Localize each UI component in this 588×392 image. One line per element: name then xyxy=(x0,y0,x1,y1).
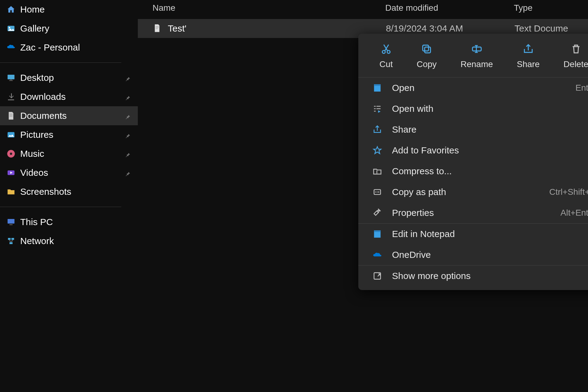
svg-rect-20 xyxy=(374,84,380,86)
pin-icon xyxy=(124,93,132,100)
network-icon xyxy=(6,236,16,246)
column-header-name[interactable]: Name xyxy=(153,3,385,13)
ctx-shortcut: Alt+Enter xyxy=(560,208,588,218)
tool-label: Copy xyxy=(417,59,436,69)
pin-icon xyxy=(124,74,132,81)
sidebar-item-label: Home xyxy=(20,4,132,15)
file-date: 8/19/2024 3:04 AM xyxy=(386,23,514,34)
ctx-share-button[interactable]: Share xyxy=(517,43,540,69)
desktop-icon xyxy=(6,73,16,83)
svg-rect-9 xyxy=(8,219,15,224)
sidebar: Home Gallery Zac - Personal Desktop xyxy=(0,0,138,392)
sidebar-item-onedrive-personal[interactable]: Zac - Personal xyxy=(0,38,138,57)
ctx-cut-button[interactable]: Cut xyxy=(379,43,393,69)
ctx-label: Properties xyxy=(392,208,560,218)
ctx-label: Open with xyxy=(392,104,588,114)
sidebar-item-home[interactable]: Home xyxy=(0,0,138,19)
ctx-label: Add to Favorites xyxy=(392,145,588,156)
tool-label: Delete xyxy=(564,59,588,69)
onedrive-icon xyxy=(372,249,383,260)
ctx-share[interactable]: Share xyxy=(358,119,588,140)
pin-icon xyxy=(124,131,132,138)
sidebar-item-label: Music xyxy=(20,149,124,159)
copypath-icon xyxy=(372,187,383,198)
pictures-icon xyxy=(6,130,16,140)
music-icon xyxy=(6,149,16,159)
tool-label: Rename xyxy=(461,59,493,69)
sidebar-item-gallery[interactable]: Gallery xyxy=(0,19,138,38)
svg-point-7 xyxy=(10,153,12,155)
ctx-label: Copy as path xyxy=(392,187,549,197)
sidebar-item-screenshots[interactable]: Screenshots xyxy=(0,182,138,201)
sidebar-divider xyxy=(0,207,121,207)
open-icon xyxy=(372,82,383,93)
ctx-edit-notepad[interactable]: Edit in Notepad xyxy=(358,224,588,244)
notepad-icon xyxy=(372,228,383,239)
sidebar-divider xyxy=(0,62,121,63)
sidebar-item-label: Pictures xyxy=(20,130,124,140)
onedrive-icon xyxy=(6,43,16,52)
ctx-label: Share xyxy=(392,124,588,135)
ctx-label: Show more options xyxy=(392,271,588,281)
svg-rect-17 xyxy=(423,45,428,51)
ctx-open[interactable]: Open Enter xyxy=(358,77,588,98)
ctx-compress[interactable]: Compress to... ❯ xyxy=(358,161,588,182)
sidebar-item-network[interactable]: Network xyxy=(0,232,138,251)
ctx-copy-path[interactable]: Copy as path Ctrl+Shift+C xyxy=(358,182,588,202)
ctx-label: OneDrive xyxy=(392,250,588,260)
sidebar-item-label: Downloads xyxy=(20,92,124,102)
ctx-shortcut: Ctrl+Shift+C xyxy=(549,187,588,197)
sidebar-item-pictures[interactable]: Pictures xyxy=(0,125,138,144)
ctx-add-favorites[interactable]: Add to Favorites xyxy=(358,140,588,161)
context-menu: Cut Copy Rename Share xyxy=(358,34,588,290)
sidebar-item-label: Network xyxy=(20,236,132,246)
tool-label: Cut xyxy=(379,59,393,69)
more-icon xyxy=(372,270,383,281)
svg-point-1 xyxy=(9,27,10,28)
sidebar-item-label: Videos xyxy=(20,168,124,178)
ctx-shortcut: Enter xyxy=(575,83,588,93)
ctx-label: Compress to... xyxy=(392,166,588,176)
svg-rect-4 xyxy=(9,81,13,81)
sidebar-item-thispc[interactable]: This PC xyxy=(0,213,138,232)
ctx-delete-button[interactable]: Delete xyxy=(564,43,588,69)
column-header-date[interactable]: Date modified xyxy=(385,3,514,13)
props-icon xyxy=(372,207,383,218)
zip-icon xyxy=(372,166,383,177)
sidebar-bottom: This PC Network xyxy=(0,213,138,251)
documents-icon xyxy=(6,111,16,121)
svg-rect-11 xyxy=(8,238,11,240)
sidebar-item-label: Screenshots xyxy=(20,187,132,197)
column-header-type[interactable]: Type xyxy=(514,3,576,13)
column-headers: Name Date modified Type xyxy=(138,0,588,19)
pin-icon xyxy=(124,150,132,157)
ctx-label: Open xyxy=(392,83,575,93)
sidebar-item-music[interactable]: Music xyxy=(0,144,138,163)
ctx-open-with[interactable]: Open with ❯ xyxy=(358,98,588,119)
ctx-more-options[interactable]: Show more options xyxy=(358,266,588,286)
pin-icon xyxy=(124,112,132,119)
svg-rect-23 xyxy=(374,230,380,232)
sidebar-item-label: Documents xyxy=(20,111,124,121)
ctx-rename-button[interactable]: Rename xyxy=(461,43,493,69)
star-icon xyxy=(372,145,383,156)
sidebar-item-label: Zac - Personal xyxy=(20,42,132,53)
videos-icon xyxy=(6,168,16,178)
main-content: Name Date modified Type Test' 8/19/2024 … xyxy=(138,0,588,392)
sidebar-item-videos[interactable]: Videos xyxy=(0,163,138,182)
svg-rect-3 xyxy=(10,80,12,80)
sidebar-pinned: Desktop Downloads Documents xyxy=(0,68,138,201)
tool-label: Share xyxy=(517,59,540,69)
sidebar-item-label: This PC xyxy=(20,217,132,227)
ctx-onedrive[interactable]: OneDrive ❯ xyxy=(358,244,588,265)
sidebar-item-desktop[interactable]: Desktop xyxy=(0,68,138,87)
delete-icon xyxy=(570,43,582,55)
ctx-copy-button[interactable]: Copy xyxy=(417,43,436,69)
ctx-label: Edit in Notepad xyxy=(392,229,588,239)
folder-icon xyxy=(6,187,16,197)
share2-icon xyxy=(372,124,383,135)
file-type: Text Docume xyxy=(514,23,576,34)
sidebar-item-downloads[interactable]: Downloads xyxy=(0,87,138,106)
sidebar-item-documents[interactable]: Documents xyxy=(0,106,138,125)
ctx-properties[interactable]: Properties Alt+Enter xyxy=(358,202,588,223)
